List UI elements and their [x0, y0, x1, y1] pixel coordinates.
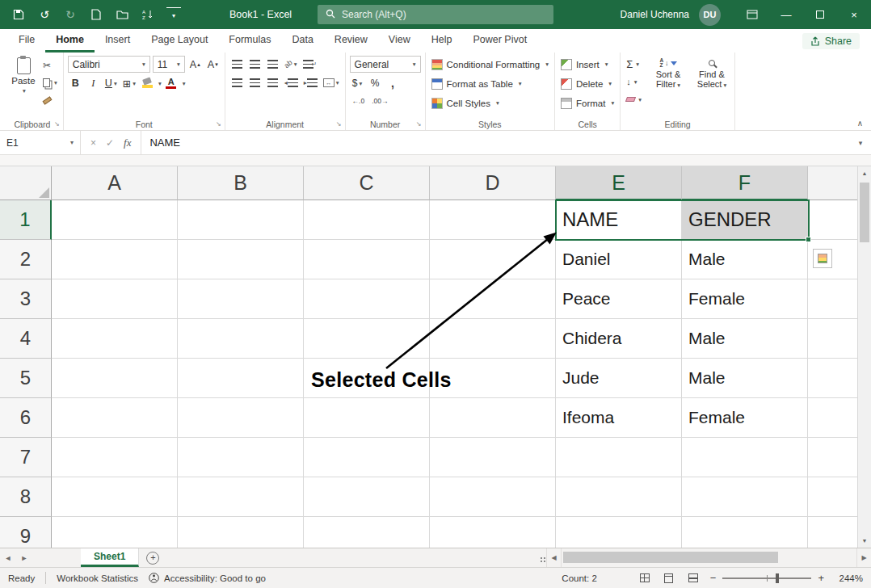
cell[interactable] — [52, 359, 178, 398]
cell[interactable] — [430, 517, 556, 548]
new-file-icon[interactable] — [89, 7, 103, 22]
increase-decimal-button[interactable]: ←.0 — [350, 94, 368, 108]
scroll-right-icon[interactable]: ▶ — [856, 548, 871, 567]
cell-F3[interactable]: Female — [682, 279, 808, 319]
cell[interactable] — [52, 477, 178, 517]
cell[interactable] — [178, 240, 304, 279]
fill-button[interactable]: ↓▾ — [625, 74, 643, 90]
avatar[interactable]: DU — [699, 4, 721, 26]
cell[interactable] — [52, 398, 178, 438]
sheet-nav-right-icon[interactable]: ► — [16, 548, 32, 567]
format-cells-button[interactable]: Format▾ — [559, 94, 616, 111]
cell[interactable] — [808, 319, 857, 359]
cell-F6[interactable]: Female — [682, 398, 808, 438]
number-format-combo[interactable]: General▾ — [350, 56, 421, 73]
font-dialog-launcher-icon[interactable]: ↘ — [216, 121, 221, 128]
tab-view[interactable]: View — [378, 29, 421, 52]
cell-E6[interactable]: Ifeoma — [556, 398, 682, 438]
insert-cells-button[interactable]: Insert▾ — [559, 56, 616, 73]
cell[interactable] — [430, 240, 556, 279]
cell[interactable] — [682, 517, 808, 548]
increase-font-button[interactable]: A▴ — [187, 57, 203, 73]
delete-cells-button[interactable]: Delete▾ — [559, 75, 616, 92]
zoom-out-icon[interactable]: − — [710, 572, 717, 584]
percent-button[interactable]: % — [368, 75, 383, 91]
fill-color-button[interactable] — [140, 78, 154, 88]
row-header-7[interactable]: 7 — [0, 438, 52, 477]
cell[interactable] — [808, 517, 857, 548]
minimize-icon[interactable]: — — [769, 0, 803, 29]
zoom-slider-thumb[interactable] — [776, 573, 779, 583]
tab-home[interactable]: Home — [45, 29, 95, 52]
font-size-combo[interactable]: 11▾ — [153, 56, 185, 73]
new-sheet-button[interactable]: + — [139, 548, 166, 567]
row-header-9[interactable]: 9 — [0, 517, 52, 548]
enter-formula-icon[interactable]: ✓ — [106, 137, 114, 149]
find-select-button[interactable]: Find & Select▾ — [693, 56, 730, 107]
decrease-decimal-button[interactable]: .00→ — [369, 94, 390, 108]
search-input[interactable] — [342, 9, 545, 20]
align-left-button[interactable] — [229, 74, 245, 90]
format-as-table-button[interactable]: Format as Table▾ — [430, 75, 550, 92]
column-header-b[interactable]: B — [178, 166, 304, 200]
cell[interactable] — [430, 319, 556, 359]
decrease-indent-button[interactable]: ◂ — [283, 74, 300, 90]
open-folder-icon[interactable] — [115, 7, 129, 22]
tab-formulas[interactable]: Formulas — [218, 29, 281, 52]
decrease-font-button[interactable]: A▾ — [205, 57, 221, 73]
cut-button[interactable]: ✂ — [41, 58, 59, 72]
row-header-4[interactable]: 4 — [0, 319, 52, 359]
cancel-formula-icon[interactable]: × — [90, 137, 96, 149]
sheet-nav-left-icon[interactable]: ◄ — [0, 548, 16, 567]
column-header-e[interactable]: E — [556, 166, 682, 200]
column-header-a[interactable]: A — [52, 166, 178, 200]
cell[interactable] — [178, 477, 304, 517]
cell-E1[interactable]: NAME — [556, 200, 682, 240]
cell[interactable] — [178, 319, 304, 359]
cell[interactable] — [430, 477, 556, 517]
cell[interactable] — [430, 279, 556, 319]
horizontal-scroll-track[interactable] — [561, 548, 856, 567]
scroll-left-icon[interactable]: ◀ — [546, 548, 561, 567]
vertical-scroll-thumb[interactable] — [860, 183, 869, 242]
clear-button[interactable]: ▾ — [625, 91, 643, 107]
cell[interactable] — [178, 279, 304, 319]
search-box[interactable] — [318, 5, 553, 24]
column-header-c[interactable]: C — [304, 166, 430, 200]
align-right-button[interactable] — [265, 74, 280, 90]
tab-review[interactable]: Review — [324, 29, 378, 52]
font-color-button[interactable]: A — [164, 78, 179, 90]
cell[interactable] — [304, 517, 430, 548]
copy-button[interactable]: ▾ — [41, 76, 59, 90]
undo-icon[interactable]: ↺ — [37, 7, 52, 22]
align-middle-button[interactable] — [247, 56, 263, 72]
align-center-button[interactable] — [247, 74, 263, 90]
customize-toolbar-icon[interactable]: ▾ — [166, 7, 181, 22]
number-dialog-launcher-icon[interactable]: ↘ — [416, 121, 422, 128]
format-painter-button[interactable] — [41, 94, 59, 107]
insert-function-icon[interactable]: fx — [124, 136, 131, 149]
column-header-d[interactable]: D — [430, 166, 556, 200]
sheet-tab-sheet1[interactable]: Sheet1 — [81, 548, 139, 567]
cell[interactable] — [304, 398, 430, 438]
row-header-8[interactable]: 8 — [0, 477, 52, 517]
cell[interactable] — [304, 438, 430, 477]
name-box[interactable]: E1 ▾ — [0, 131, 81, 154]
italic-button[interactable]: I — [86, 75, 101, 91]
cell[interactable] — [682, 438, 808, 477]
share-button[interactable]: Share — [802, 33, 860, 49]
cell-E2[interactable]: Daniel — [556, 240, 682, 279]
cell[interactable] — [178, 398, 304, 438]
row-header-5[interactable]: 5 — [0, 359, 52, 398]
cell-F1[interactable]: GENDER — [682, 200, 808, 240]
cell[interactable] — [430, 438, 556, 477]
cell[interactable] — [178, 517, 304, 548]
row-header-1[interactable]: 1 — [0, 200, 52, 240]
cell[interactable] — [808, 438, 857, 477]
cell[interactable] — [808, 200, 857, 240]
orientation-button[interactable]: ab▾ — [283, 56, 299, 72]
close-icon[interactable]: × — [837, 0, 871, 29]
select-all-corner[interactable] — [0, 166, 52, 200]
workbook-statistics-button[interactable]: Workbook Statistics — [57, 573, 138, 583]
cell[interactable] — [304, 477, 430, 517]
